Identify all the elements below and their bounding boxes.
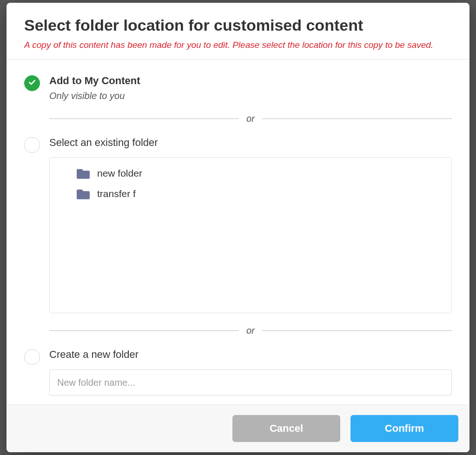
folder-list: new folder transfer f bbox=[49, 157, 452, 313]
divider-line bbox=[49, 119, 239, 119]
radio-new-folder[interactable] bbox=[24, 349, 40, 365]
folder-item[interactable]: transfer f bbox=[50, 184, 451, 204]
option-new-folder[interactable]: Create a new folder bbox=[24, 348, 452, 396]
confirm-button[interactable]: Confirm bbox=[350, 415, 458, 442]
modal-title: Select folder location for customised co… bbox=[24, 16, 452, 35]
divider-line bbox=[262, 119, 452, 119]
folder-icon bbox=[77, 188, 90, 199]
radio-my-content[interactable] bbox=[24, 75, 40, 91]
option-my-content-desc: Only visible to you bbox=[49, 91, 452, 101]
option-my-content-title: Add to My Content bbox=[49, 74, 452, 88]
new-folder-name-input[interactable] bbox=[49, 369, 452, 396]
folder-icon bbox=[77, 168, 90, 179]
option-new-folder-content: Create a new folder bbox=[49, 348, 452, 396]
divider-line bbox=[49, 330, 239, 331]
divider-or-1: or bbox=[49, 113, 452, 124]
option-my-content[interactable]: Add to My Content Only visible to you bbox=[24, 74, 452, 101]
modal-header: Select folder location for customised co… bbox=[7, 3, 469, 59]
option-existing-folder-title: Select an existing folder bbox=[49, 136, 452, 150]
modal-subtitle: A copy of this content has been made for… bbox=[24, 40, 452, 51]
modal-body: Add to My Content Only visible to you or… bbox=[7, 59, 469, 404]
folder-location-modal: Select folder location for customised co… bbox=[7, 3, 469, 452]
folder-label: new folder bbox=[97, 168, 142, 179]
divider-text: or bbox=[246, 325, 255, 336]
divider-line bbox=[262, 330, 452, 331]
divider-or-2: or bbox=[49, 325, 452, 336]
option-existing-folder[interactable]: Select an existing folder new folder tra… bbox=[24, 136, 452, 313]
folder-item[interactable]: new folder bbox=[50, 163, 451, 184]
modal-footer: Cancel Confirm bbox=[7, 404, 469, 452]
option-my-content-text: Add to My Content Only visible to you bbox=[49, 74, 452, 101]
radio-existing-folder[interactable] bbox=[24, 137, 40, 153]
folder-label: transfer f bbox=[97, 188, 136, 199]
option-existing-folder-content: Select an existing folder new folder tra… bbox=[49, 136, 452, 313]
divider-text: or bbox=[246, 113, 255, 124]
cancel-button[interactable]: Cancel bbox=[232, 415, 340, 442]
check-icon bbox=[28, 78, 36, 88]
option-new-folder-title: Create a new folder bbox=[49, 348, 452, 362]
